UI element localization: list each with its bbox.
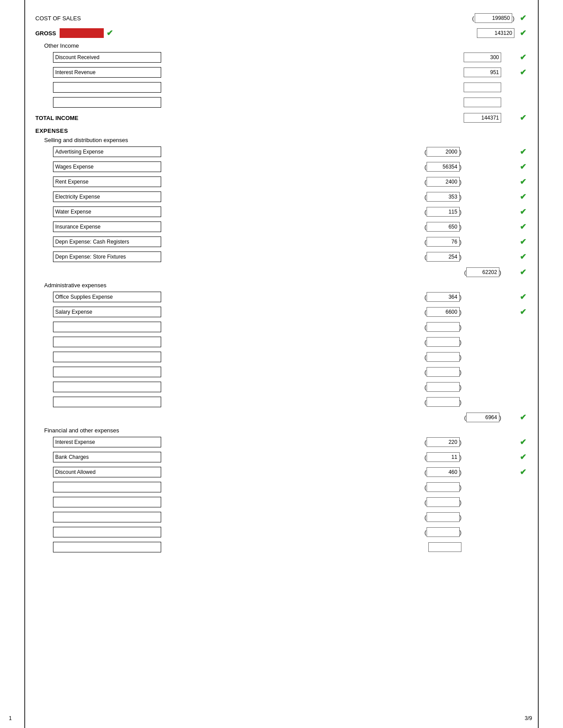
financial-blank-amount-4[interactable] — [427, 527, 460, 537]
admin-blank-6: ( ) — [53, 395, 528, 409]
financial-blank-4: ( ) — [53, 525, 528, 539]
admin-total-input[interactable] — [466, 413, 499, 422]
left-paren-cos: ( — [472, 15, 474, 22]
cost-of-sales-label: COST OF SALES — [35, 15, 295, 22]
financial-blank-amount-3[interactable] — [427, 512, 460, 522]
total-income-label: TOTAL INCOME — [35, 115, 464, 121]
other-income-blank-2[interactable] — [53, 97, 161, 108]
interest-revenue-input[interactable] — [53, 67, 161, 78]
bank-charges-input[interactable] — [53, 452, 161, 462]
admin-blank-amount-6[interactable] — [427, 397, 460, 407]
wages-expense-amount[interactable] — [427, 162, 460, 172]
admin-blank-input-4[interactable] — [53, 367, 161, 377]
gross-colored-box — [60, 28, 104, 38]
selling-item-3: ( ) ✔ — [53, 190, 528, 203]
water-expense-input[interactable] — [53, 206, 161, 217]
discount-received-input[interactable] — [53, 52, 161, 63]
cost-of-sales-row: COST OF SALES ( ) ✔ — [35, 13, 528, 23]
selling-total-check: ✔ — [520, 267, 526, 277]
financial-blank-input-5[interactable] — [53, 542, 161, 552]
depn-store-check: ✔ — [520, 252, 526, 262]
rent-expense-amount[interactable] — [427, 177, 460, 187]
wages-expense-input[interactable] — [53, 161, 161, 172]
financial-blank-input-2[interactable] — [53, 497, 161, 507]
interest-expense-check: ✔ — [520, 437, 526, 447]
selling-item-2: ( ) ✔ — [53, 175, 528, 188]
insurance-expense-input[interactable] — [53, 221, 161, 232]
financial-blank-amount-5[interactable] — [428, 542, 461, 552]
financial-blank-3: ( ) — [53, 510, 528, 524]
selling-total-input[interactable] — [466, 267, 499, 277]
gross-row: GROSS ✔ ✔ — [35, 26, 528, 40]
gross-label: GROSS — [35, 30, 56, 37]
rent-check: ✔ — [520, 177, 526, 187]
other-income-header: Other Income — [44, 42, 528, 49]
selling-total-row: ( ) ✔ — [35, 266, 528, 278]
other-income-item-1: ✔ — [53, 66, 528, 79]
admin-blank-amount-4[interactable] — [427, 367, 460, 377]
insurance-expense-amount[interactable] — [427, 222, 460, 232]
page-left-number: 1 — [9, 715, 12, 721]
discount-allowed-input[interactable] — [53, 467, 161, 477]
financial-blank-amount-1[interactable] — [427, 482, 460, 492]
electricity-expense-amount[interactable] — [427, 192, 460, 202]
depn-cash-input[interactable] — [53, 236, 161, 247]
electricity-expense-input[interactable] — [53, 191, 161, 202]
interest-revenue-amount[interactable] — [464, 68, 501, 77]
main-content: COST OF SALES ( ) ✔ GROSS ✔ ✔ — [35, 9, 528, 554]
other-income-blank-2-amount[interactable] — [464, 98, 501, 107]
gross-input[interactable] — [477, 28, 514, 38]
other-income-blank-1[interactable] — [53, 82, 161, 93]
financial-item-0: ( ) ✔ — [53, 435, 528, 449]
financial-blank-input-3[interactable] — [53, 512, 161, 522]
admin-blank-input-6[interactable] — [53, 397, 161, 407]
selling-item-6: ( ) ✔ — [53, 235, 528, 248]
admin-blank-input-1[interactable] — [53, 322, 161, 332]
financial-item-2: ( ) ✔ — [53, 465, 528, 479]
wages-check: ✔ — [520, 162, 526, 172]
water-expense-amount[interactable] — [427, 207, 460, 217]
depn-cash-amount[interactable] — [427, 237, 460, 247]
financial-blank-1: ( ) — [53, 480, 528, 494]
interest-expense-amount[interactable] — [427, 437, 460, 447]
total-income-input[interactable] — [464, 113, 501, 123]
admin-total-check: ✔ — [520, 413, 526, 422]
admin-blank-amount-2[interactable] — [427, 337, 460, 347]
admin-blank-amount-5[interactable] — [427, 382, 460, 392]
other-income-blank-1-amount[interactable] — [464, 83, 501, 92]
rent-expense-input[interactable] — [53, 176, 161, 187]
admin-blank-amount-1[interactable] — [427, 322, 460, 332]
financial-item-1: ( ) ✔ — [53, 450, 528, 464]
interest-expense-input[interactable] — [53, 437, 161, 447]
admin-blank-1: ( ) — [53, 320, 528, 334]
cost-of-sales-amount-wrap: ( ) — [472, 13, 514, 23]
financial-blank-input-4[interactable] — [53, 527, 161, 537]
advertising-expense-amount[interactable] — [427, 147, 460, 157]
salary-expense-amount[interactable] — [427, 307, 460, 317]
financial-blank-input-1[interactable] — [53, 482, 161, 492]
discount-received-amount[interactable] — [464, 53, 501, 62]
financial-blank-2: ( ) — [53, 495, 528, 509]
salary-expense-input[interactable] — [53, 307, 161, 317]
admin-blank-input-2[interactable] — [53, 337, 161, 347]
advertising-check: ✔ — [520, 147, 526, 157]
advertising-expense-input[interactable] — [53, 146, 161, 157]
total-income-check: ✔ — [520, 113, 526, 123]
cost-of-sales-input[interactable] — [475, 13, 512, 23]
expenses-header: EXPENSES — [35, 128, 528, 134]
office-supplies-amount[interactable] — [427, 292, 460, 302]
selling-header: Selling and distribution expenses — [44, 137, 528, 143]
other-income-item-3 — [53, 96, 528, 109]
admin-blank-amount-3[interactable] — [427, 352, 460, 362]
admin-blank-input-5[interactable] — [53, 382, 161, 392]
admin-blank-3: ( ) — [53, 350, 528, 364]
financial-blank-5 — [53, 540, 528, 554]
depn-store-input[interactable] — [53, 251, 161, 262]
office-supplies-input[interactable] — [53, 292, 161, 302]
financial-blank-amount-2[interactable] — [427, 497, 460, 507]
bank-charges-amount[interactable] — [427, 452, 460, 462]
discount-allowed-amount[interactable] — [427, 467, 460, 477]
page: COST OF SALES ( ) ✔ GROSS ✔ ✔ — [0, 0, 563, 728]
depn-store-amount[interactable] — [427, 252, 460, 262]
admin-blank-input-3[interactable] — [53, 352, 161, 362]
